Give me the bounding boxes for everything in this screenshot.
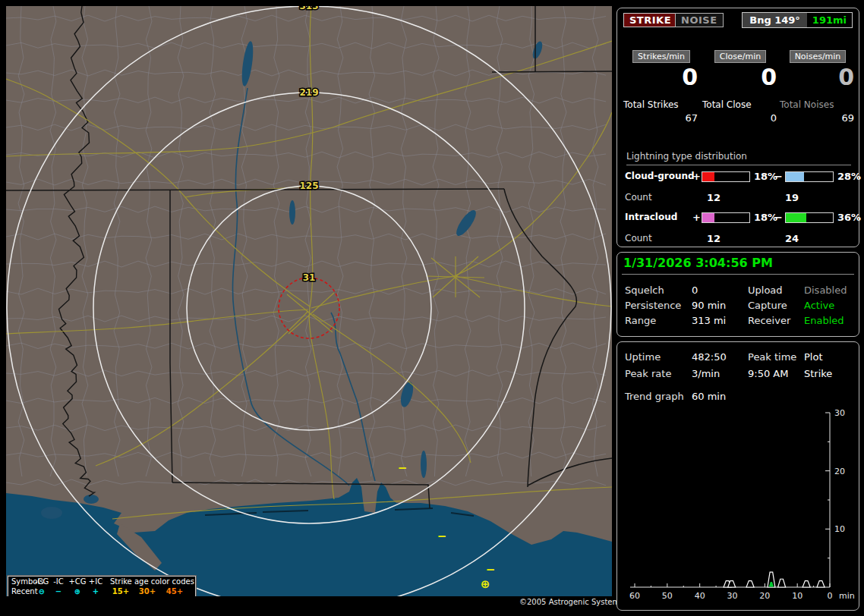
plus-sign: + [692,171,701,182]
plus-sign: + [692,212,701,223]
counter-col-noises: Noises/min 0 Total Noises 69 [780,48,856,139]
cg-minus-bar-fill [786,172,804,181]
svg-text:60: 60 [629,591,640,601]
squelch-label: Squelch [625,284,664,296]
svg-text:0: 0 [828,591,833,601]
ic-minus-bar-fill [786,213,806,222]
capture-status: Active [804,300,834,311]
ic-plus-count: 12 [707,233,721,244]
svg-text:10: 10 [792,591,803,601]
distribution-title: Lightning type distribution [626,151,747,162]
svg-text:313: 313 [299,6,318,11]
ic-minus-count: 24 [785,233,799,244]
copyright-text: ©2005 Astrogenic Systems [519,598,623,606]
cg-plus-count: 12 [707,192,721,203]
strike-symbol: − [398,461,408,475]
receiver-label: Receiver [748,315,790,326]
trend-graph: 6050403020100min102030 [617,342,859,610]
strike-symbol: ⊕ [481,577,490,591]
cg-minus-bar [785,171,834,182]
map-legend: Symbols-CG-IC+CG+ICStrike age color code… [8,576,196,596]
svg-text:30: 30 [727,591,738,601]
range-value: 313 mi [692,315,726,326]
panel-status: 1/31/2026 3:04:56 PM Squelch 0 Upload Di… [616,252,859,337]
svg-text:50: 50 [662,591,673,601]
strike-symbol: − [486,563,496,577]
total-strikes-value: 67 [623,112,699,124]
svg-text:20: 20 [834,467,845,476]
ic-minus-pct: 36% [837,212,861,223]
svg-text:min: min [839,591,855,601]
legend-age-0-1: 30+ [135,587,159,596]
count-label: Count [625,233,652,244]
close-per-min-chip: Close/min [714,50,766,63]
cg-minus-pct: 28% [837,171,861,182]
noises-per-min-value: 0 [780,64,856,90]
total-noises-value: 69 [780,112,856,124]
svg-text:125: 125 [299,181,318,191]
dist-row-cloud-ground: Cloud-ground + 18% − 28% [617,171,860,183]
strikes-per-min-chip: Strikes/min [632,50,690,63]
cg-plus-bar [702,171,750,182]
bearing-distance: 191mi [807,13,852,27]
noise-button[interactable]: NOISE [675,13,724,27]
panel-trend: Uptime 482:50 Peak time Plot Peak rate 3… [616,341,859,611]
datetime-display: 1/31/2026 3:04:56 PM [623,256,773,270]
svg-text:20: 20 [759,591,770,601]
total-strikes-label: Total Strikes [623,99,699,110]
strikes-per-min-value: 0 [623,64,699,90]
cg-plus-bar-fill [702,172,714,181]
bearing-value: Bng 149° [743,13,807,27]
legend-age-0-2: 45+ [162,587,187,596]
ic-minus-bar [785,212,834,223]
svg-text:40: 40 [695,591,705,601]
capture-label: Capture [748,300,787,311]
total-noises-label: Total Noises [780,99,856,110]
count-label: Count [625,192,652,203]
strike-button[interactable]: STRIKE [623,13,677,27]
svg-text:219: 219 [299,87,318,98]
legend-col-+IC: +IC [84,577,108,586]
range-label: Range [625,315,656,326]
total-close-value: 0 [702,112,778,124]
svg-text:30: 30 [834,408,845,418]
legend-age-title: Strike age color codes [110,577,194,586]
distribution-divider [626,165,851,165]
persistence-value: 90 min [692,300,726,311]
counter-col-close: Close/min 0 Total Close 0 [702,48,778,139]
legend-glyph-0-3: + [84,587,108,596]
legend-age-0-0: 15+ [109,587,133,596]
minus-sign: − [774,171,783,182]
strike-symbol: − [437,530,447,543]
counter-col-strikes: Strikes/min 0 Total Strikes 67 [623,48,699,139]
total-close-label: Total Close [702,99,778,110]
upload-status: Disabled [804,284,847,296]
receiver-status: Enabled [804,315,844,326]
app-window: { "window": { "copyright": "©2005 Astrog… [0,0,864,616]
map-image: 31321912531 −−−⊕ [6,6,612,596]
svg-text:10: 10 [834,524,845,534]
noises-per-min-chip: Noises/min [790,50,847,63]
persistence-label: Persistence [625,300,681,311]
close-per-min-value: 0 [702,64,778,90]
intracloud-label: Intracloud [625,212,677,222]
bearing-readout: Bng 149° 191mi [742,12,853,28]
cloud-ground-label: Cloud-ground [625,171,695,181]
datetime-divider [622,274,854,275]
map-canvas[interactable]: 31321912531 −−−⊕ Symbols-CG-IC+CG+ICStri… [6,6,612,596]
squelch-value: 0 [692,284,698,296]
minus-sign: − [774,212,783,223]
ic-plus-bar-fill [702,213,714,222]
panel-counters: STRIKE NOISE Bng 149° 191mi Strikes/min … [616,8,859,247]
upload-label: Upload [748,284,783,296]
ic-plus-bar [702,212,750,223]
dist-row-intracloud: Intracloud + 18% − 36% [617,212,860,224]
svg-text:31: 31 [303,272,316,283]
cg-minus-count: 19 [785,192,799,203]
